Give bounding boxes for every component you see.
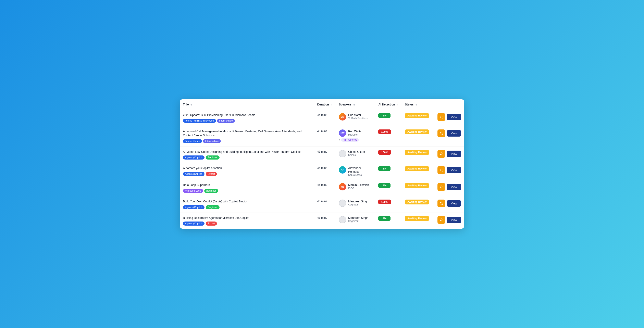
speaker-row: RWRob WattsMicrosoft xyxy=(339,130,372,137)
actions-container: View xyxy=(438,183,461,191)
session-title: AI Meets Low-Code: Designing and Buildin… xyxy=(183,150,310,154)
avatar: RW xyxy=(339,130,346,137)
ai-detection-cell: 8% xyxy=(375,212,402,229)
status-cell: Awaiting Review xyxy=(402,146,434,163)
duration-cell: 45 mins xyxy=(314,196,336,213)
extra-speaker-tag[interactable]: Ari Protheroe xyxy=(341,138,359,142)
avatar xyxy=(339,200,346,207)
col-duration[interactable]: Duration ⇅ xyxy=(314,99,336,110)
detection-badge: 8% xyxy=(378,216,390,221)
speakers-sort-icon[interactable]: ⇅ xyxy=(353,104,355,106)
table-row: Building Declarative Agents for Microsof… xyxy=(180,212,464,229)
speaker-row: Chime OkureKainos xyxy=(339,150,372,157)
main-table-container: Title ⇅ Duration ⇅ Speakers ⇅ AI Detecti… xyxy=(180,99,464,229)
actions-container: View xyxy=(438,200,461,207)
speaker-name: Marcin Siewnicki xyxy=(348,183,369,187)
avatar: AH xyxy=(339,166,346,174)
ai-detection-cell: 100% xyxy=(375,146,402,163)
session-title: Build Your Own Copilot (Jarvis) with Cop… xyxy=(183,200,310,204)
actions-container: View xyxy=(438,166,461,174)
session-title: 2025 Update: Bulk Provisioning Users in … xyxy=(183,113,310,117)
avatar: MS xyxy=(339,183,346,190)
search-button[interactable] xyxy=(438,150,445,158)
view-button[interactable]: View xyxy=(447,150,461,157)
status-sort-icon[interactable]: ⇅ xyxy=(415,104,417,106)
view-button[interactable]: View xyxy=(447,167,461,173)
speaker-row: AHAlexander HolmesetSopra Steria xyxy=(339,166,372,176)
tag-list: Teams PhoneIntermediate xyxy=(183,139,310,143)
actions-cell: View xyxy=(434,212,464,229)
view-button[interactable]: View xyxy=(447,130,461,136)
table-row: Advanced Call Management in Microsoft Te… xyxy=(180,126,464,146)
tag[interactable]: Expert xyxy=(206,172,217,176)
session-title: Be a Loop Superhero xyxy=(183,183,310,187)
tag[interactable]: Microsoft Loop xyxy=(183,189,203,193)
speaker-org: Cognizant xyxy=(348,203,368,206)
svg-line-5 xyxy=(442,154,442,155)
tag[interactable]: Agents (Copilot) xyxy=(183,172,204,176)
tag[interactable]: Teams Phone xyxy=(183,139,202,143)
session-title: Advanced Call Management in Microsoft Te… xyxy=(183,130,310,138)
svg-line-1 xyxy=(442,118,442,118)
tag[interactable]: Agents (Copilot) xyxy=(183,222,204,226)
speaker-name: Chime Okure xyxy=(348,150,365,154)
tag[interactable]: Agents (Copilot) xyxy=(183,156,204,160)
speaker-name: Rob Watts xyxy=(348,130,362,133)
search-button[interactable] xyxy=(438,130,445,137)
search-button[interactable] xyxy=(438,183,445,191)
title-sort-icon[interactable]: ⇅ xyxy=(190,104,192,106)
title-cell: 2025 Update: Bulk Provisioning Users in … xyxy=(180,110,314,126)
table-header-row: Title ⇅ Duration ⇅ Speakers ⇅ AI Detecti… xyxy=(180,99,464,110)
tag[interactable]: Intermediate xyxy=(217,119,235,123)
col-speakers-label: Speakers xyxy=(339,103,352,106)
tag[interactable]: Expert xyxy=(206,222,217,226)
speakers-cell: Manpreet SinghCognizant xyxy=(336,212,375,229)
ai-detection-cell: 1% xyxy=(375,110,402,126)
view-button[interactable]: View xyxy=(447,217,461,223)
table-row: 2025 Update: Bulk Provisioning Users in … xyxy=(180,110,464,126)
col-ai-detection[interactable]: AI Detection ⇅ xyxy=(375,99,402,110)
actions-container: View xyxy=(438,130,461,137)
search-button[interactable] xyxy=(438,200,445,207)
search-button[interactable] xyxy=(438,216,445,224)
speaker-info: Rob WattsMicrosoft xyxy=(348,130,362,136)
tag[interactable]: Beginner xyxy=(206,156,220,160)
speaker-org: ISCG xyxy=(348,187,369,190)
tag[interactable]: Intermediate xyxy=(203,139,221,143)
ai-detection-cell: 2% xyxy=(375,163,402,180)
ai-detection-sort-icon[interactable]: ⇅ xyxy=(396,104,398,106)
actions-cell: View xyxy=(434,180,464,196)
svg-line-9 xyxy=(442,188,442,188)
tag[interactable]: Beginner xyxy=(204,189,218,193)
view-button[interactable]: View xyxy=(447,200,461,207)
col-speakers[interactable]: Speakers ⇅ xyxy=(336,99,375,110)
ai-detection-cell: 100% xyxy=(375,196,402,213)
view-button[interactable]: View xyxy=(447,114,461,120)
actions-cell: View xyxy=(434,163,464,180)
session-title: Building Declarative Agents for Microsof… xyxy=(183,216,310,220)
duration-sort-icon[interactable]: ⇅ xyxy=(330,104,332,106)
title-cell: Advanced Call Management in Microsoft Te… xyxy=(180,126,314,146)
tag[interactable]: Teams Admin & Innovation xyxy=(183,119,216,123)
duration-cell: 45 mins xyxy=(314,212,336,229)
speaker-name: Alexander Holmeset xyxy=(348,166,372,174)
speaker-name: Manpreet Singh xyxy=(348,200,368,203)
detection-badge: 100% xyxy=(378,200,391,204)
tag[interactable]: Beginner xyxy=(206,205,220,209)
col-status[interactable]: Status ⇅ xyxy=(402,99,434,110)
title-cell: Be a Loop SuperheroMicrosoft LoopBeginne… xyxy=(180,180,314,196)
view-button[interactable]: View xyxy=(447,184,461,190)
title-cell: AI Meets Low-Code: Designing and Buildin… xyxy=(180,146,314,163)
speaker-info: Eric MarsiVulTech Solutions xyxy=(348,113,368,120)
speakers-cell: EMEric MarsiVulTech Solutions xyxy=(336,110,375,126)
search-button[interactable] xyxy=(438,113,445,121)
col-title[interactable]: Title ⇅ xyxy=(180,99,314,110)
col-ai-detection-label: AI Detection xyxy=(378,103,395,106)
tag-list: Microsoft LoopBeginner xyxy=(183,189,310,193)
extra-speaker-plus: + xyxy=(339,138,340,141)
title-cell: Automate you Copilot adoptionAgents (Cop… xyxy=(180,163,314,180)
actions-container: View xyxy=(438,113,461,121)
tag[interactable]: Agents (Copilot) xyxy=(183,205,204,209)
search-button[interactable] xyxy=(438,166,445,174)
speakers-cell: Chime OkureKainos xyxy=(336,146,375,163)
